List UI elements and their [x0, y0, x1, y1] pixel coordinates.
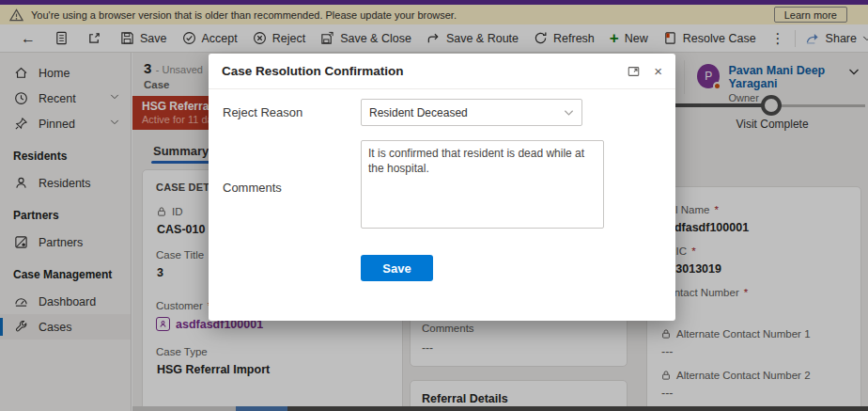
dialog-save-button[interactable]: Save [361, 255, 433, 281]
comments-textarea[interactable]: It is confirmed that resident is dead wh… [361, 140, 604, 229]
dialog-title: Case Resolution Confirmation [222, 64, 404, 78]
reject-reason-dropdown[interactable]: Resident Deceased [361, 99, 582, 126]
dialog-close-icon[interactable]: × [654, 65, 662, 78]
chevron-down-icon [564, 109, 574, 117]
reject-reason-value: Resident Deceased [369, 106, 564, 119]
dialog-expand-icon[interactable] [627, 65, 641, 78]
comments-label: Comments [223, 181, 282, 195]
reject-reason-label: Reject Reason [223, 105, 302, 119]
case-resolution-dialog: Case Resolution Confirmation × Reject Re… [209, 54, 675, 321]
